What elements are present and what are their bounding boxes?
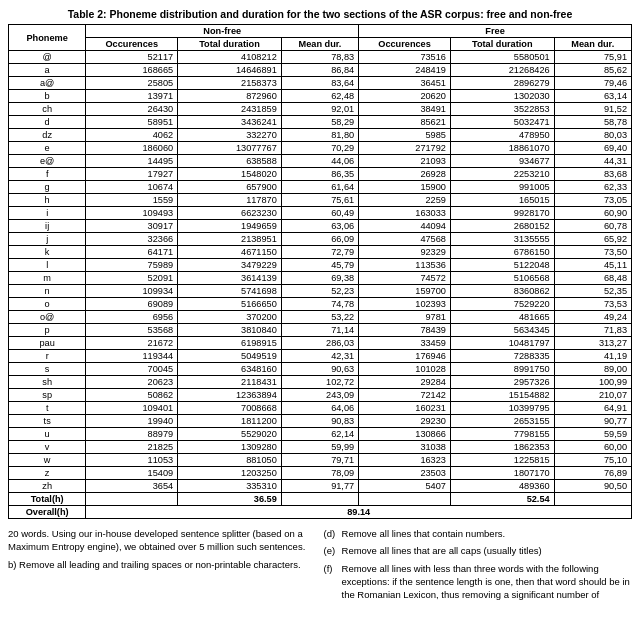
table-cell: n <box>9 285 86 298</box>
table-cell: 3479229 <box>178 259 282 272</box>
table-cell: 14495 <box>86 155 178 168</box>
table-cell: 4062 <box>86 129 178 142</box>
table-cell: 64,06 <box>281 402 358 415</box>
table-cell: sp <box>9 389 86 402</box>
total-nonfree-val: 36.59 <box>178 493 282 506</box>
table-cell: 74,78 <box>281 298 358 311</box>
table-cell: 165015 <box>450 194 554 207</box>
table-cell: 8360862 <box>450 285 554 298</box>
table-cell: 1309280 <box>178 441 282 454</box>
table-cell: 3654 <box>86 480 178 493</box>
table-cell: 7529220 <box>450 298 554 311</box>
table-cell: 638588 <box>178 155 282 168</box>
table-cell: 1302030 <box>450 90 554 103</box>
table-cell: r <box>9 350 86 363</box>
table-cell: 74572 <box>359 272 451 285</box>
table-cell: 3436241 <box>178 116 282 129</box>
bottom-left: 20 words. Using our in-house developed s… <box>8 527 308 605</box>
table-cell: 78439 <box>359 324 451 337</box>
table-cell: 5049519 <box>178 350 282 363</box>
table-cell: 1225815 <box>450 454 554 467</box>
table-cell: 481665 <box>450 311 554 324</box>
table-cell: 2138951 <box>178 233 282 246</box>
table-cell: e <box>9 142 86 155</box>
table-row: ch26430243185992,0138491352285391,52 <box>9 103 632 116</box>
table-cell: z <box>9 467 86 480</box>
table-cell: 2957326 <box>450 376 554 389</box>
table-cell: 18861070 <box>450 142 554 155</box>
table-cell: 5741698 <box>178 285 282 298</box>
table-cell: 5032471 <box>450 116 554 129</box>
overall-label: Overall(h) <box>9 506 86 519</box>
table-cell: 332270 <box>178 129 282 142</box>
main-table: Phoneme Non-free Free Occurences Total d… <box>8 24 632 519</box>
table-cell: 657900 <box>178 181 282 194</box>
table-cell: 1807170 <box>450 467 554 480</box>
table-cell: zh <box>9 480 86 493</box>
table-cell: 79,71 <box>281 454 358 467</box>
table-cell: u <box>9 428 86 441</box>
table-row: j32366213895166,0947568313555565,92 <box>9 233 632 246</box>
table-cell: 70,29 <box>281 142 358 155</box>
table-cell: 3522853 <box>450 103 554 116</box>
table-cell: 65,92 <box>554 233 631 246</box>
table-cell: 75,91 <box>554 51 631 64</box>
table-row: dz406233227081,80598547895080,03 <box>9 129 632 142</box>
table-cell: 52,23 <box>281 285 358 298</box>
table-cell: 41,19 <box>554 350 631 363</box>
table-cell: dz <box>9 129 86 142</box>
table-cell: 33459 <box>359 337 451 350</box>
table-cell: 73,05 <box>554 194 631 207</box>
table-cell: 113536 <box>359 259 451 272</box>
total-free-empty2 <box>554 493 631 506</box>
table-cell: 88979 <box>86 428 178 441</box>
table-cell: 83,64 <box>281 77 358 90</box>
table-cell: 60,90 <box>554 207 631 220</box>
bottom-right-item: (f)Remove all lines with less than three… <box>324 562 632 602</box>
table-cell: a@ <box>9 77 86 90</box>
table-cell: 5166650 <box>178 298 282 311</box>
table-cell: 90,83 <box>281 415 358 428</box>
table-cell: 102,72 <box>281 376 358 389</box>
table-cell: 69,38 <box>281 272 358 285</box>
table-cell: 75,61 <box>281 194 358 207</box>
table-cell: 63,14 <box>554 90 631 103</box>
table-cell: 10481797 <box>450 337 554 350</box>
table-cell: 91,77 <box>281 480 358 493</box>
total-duration-header: Total duration <box>178 38 282 51</box>
table-cell: 16323 <box>359 454 451 467</box>
table-cell: 92,01 <box>281 103 358 116</box>
table-cell: 271792 <box>359 142 451 155</box>
table-cell: 5634345 <box>450 324 554 337</box>
table-cell: 6198915 <box>178 337 282 350</box>
table-cell: k <box>9 246 86 259</box>
table-cell: w <box>9 454 86 467</box>
table-row: o69089516665074,78102393752922073,53 <box>9 298 632 311</box>
table-cell: 2118431 <box>178 376 282 389</box>
table-cell: 73,50 <box>554 246 631 259</box>
nonfree-header: Non-free <box>86 25 359 38</box>
table-cell: 36451 <box>359 77 451 90</box>
table-cell: 109401 <box>86 402 178 415</box>
table-cell: 489360 <box>450 480 554 493</box>
table-row: m52091361413969,3874572510656868,48 <box>9 272 632 285</box>
table-cell: 243,09 <box>281 389 358 402</box>
table-row: r119344504951942,31176946728833541,19 <box>9 350 632 363</box>
table-row: sh206232118431102,72292842957326100,99 <box>9 376 632 389</box>
table-cell: 186060 <box>86 142 178 155</box>
table-cell: 15900 <box>359 181 451 194</box>
table-cell: 25805 <box>86 77 178 90</box>
table-cell: 313,27 <box>554 337 631 350</box>
total-row: Total(h) 36.59 52.54 <box>9 493 632 506</box>
table-cell: 26430 <box>86 103 178 116</box>
table-cell: 29230 <box>359 415 451 428</box>
item-text: Remove all lines that contain numbers. <box>342 527 506 540</box>
table-cell: b <box>9 90 86 103</box>
table-cell: 478950 <box>450 129 554 142</box>
table-cell: 21825 <box>86 441 178 454</box>
table-row: a1686651464689186,842484192126842685,62 <box>9 64 632 77</box>
table-row: p53568381084071,1478439563434571,83 <box>9 324 632 337</box>
table-cell: 69,40 <box>554 142 631 155</box>
table-cell: 53568 <box>86 324 178 337</box>
table-cell: 160231 <box>359 402 451 415</box>
